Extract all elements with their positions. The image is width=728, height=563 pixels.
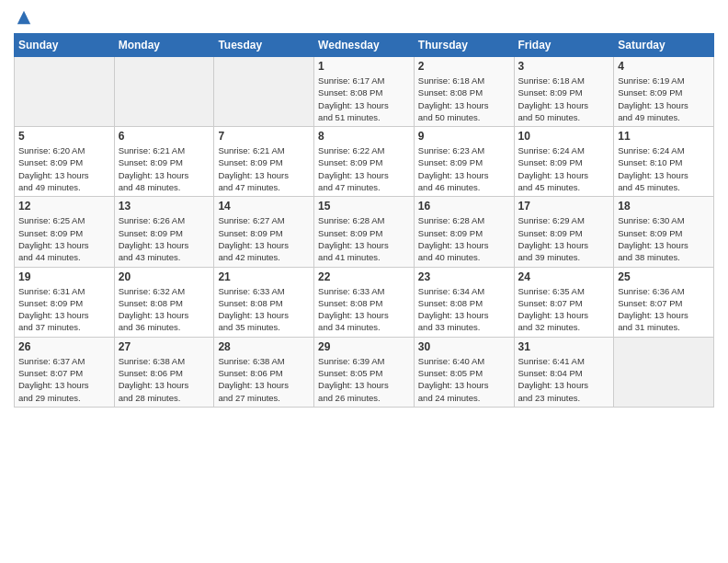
day-cell: 22Sunrise: 6:33 AM Sunset: 8:08 PM Dayli… [314,267,415,337]
day-cell: 4Sunrise: 6:19 AM Sunset: 8:09 PM Daylig… [614,57,714,127]
day-info: Sunrise: 6:21 AM Sunset: 8:09 PM Dayligh… [218,144,310,193]
day-cell: 14Sunrise: 6:27 AM Sunset: 8:09 PM Dayli… [214,197,314,267]
day-cell: 30Sunrise: 6:40 AM Sunset: 8:05 PM Dayli… [414,337,514,407]
day-info: Sunrise: 6:39 AM Sunset: 8:05 PM Dayligh… [318,355,410,404]
day-info: Sunrise: 6:37 AM Sunset: 8:07 PM Dayligh… [18,355,110,404]
day-cell: 25Sunrise: 6:36 AM Sunset: 8:07 PM Dayli… [614,267,714,337]
week-row-0: 1Sunrise: 6:17 AM Sunset: 8:08 PM Daylig… [15,57,714,127]
day-number: 13 [119,200,210,213]
header-saturday: Saturday [614,34,714,57]
day-number: 30 [418,340,510,353]
calendar-table: SundayMondayTuesdayWednesdayThursdayFrid… [14,33,714,408]
week-row-4: 26Sunrise: 6:37 AM Sunset: 8:07 PM Dayli… [15,337,714,407]
day-info: Sunrise: 6:20 AM Sunset: 8:09 PM Dayligh… [18,144,110,193]
header-sunday: Sunday [15,34,115,57]
week-row-1: 5Sunrise: 6:20 AM Sunset: 8:09 PM Daylig… [15,127,714,197]
day-number: 18 [618,200,710,213]
day-cell [114,57,214,127]
day-info: Sunrise: 6:32 AM Sunset: 8:08 PM Dayligh… [119,285,210,334]
day-info: Sunrise: 6:36 AM Sunset: 8:07 PM Dayligh… [618,285,710,334]
day-info: Sunrise: 6:31 AM Sunset: 8:09 PM Dayligh… [18,285,110,334]
day-info: Sunrise: 6:28 AM Sunset: 8:09 PM Dayligh… [318,214,410,263]
day-cell: 5Sunrise: 6:20 AM Sunset: 8:09 PM Daylig… [15,127,115,197]
day-number: 21 [218,270,310,283]
day-info: Sunrise: 6:24 AM Sunset: 8:09 PM Dayligh… [518,144,610,193]
day-info: Sunrise: 6:23 AM Sunset: 8:09 PM Dayligh… [418,144,510,193]
day-cell: 9Sunrise: 6:23 AM Sunset: 8:09 PM Daylig… [414,127,514,197]
day-info: Sunrise: 6:35 AM Sunset: 8:07 PM Dayligh… [518,285,610,334]
day-info: Sunrise: 6:41 AM Sunset: 8:04 PM Dayligh… [518,355,610,404]
day-cell: 11Sunrise: 6:24 AM Sunset: 8:10 PM Dayli… [614,127,714,197]
day-number: 22 [318,270,410,283]
day-info: Sunrise: 6:34 AM Sunset: 8:08 PM Dayligh… [418,285,510,334]
calendar-container: SundayMondayTuesdayWednesdayThursdayFrid… [0,0,728,563]
day-info: Sunrise: 6:17 AM Sunset: 8:08 PM Dayligh… [318,75,410,123]
day-cell: 28Sunrise: 6:38 AM Sunset: 8:06 PM Dayli… [214,337,314,407]
day-cell: 7Sunrise: 6:21 AM Sunset: 8:09 PM Daylig… [214,127,314,197]
day-cell: 3Sunrise: 6:18 AM Sunset: 8:09 PM Daylig… [514,57,614,127]
day-info: Sunrise: 6:24 AM Sunset: 8:10 PM Dayligh… [618,144,710,193]
day-number: 11 [618,130,710,143]
day-number: 29 [318,340,410,353]
day-number: 1 [318,60,410,73]
logo-icon [16,9,32,26]
day-cell: 29Sunrise: 6:39 AM Sunset: 8:05 PM Dayli… [314,337,415,407]
day-info: Sunrise: 6:30 AM Sunset: 8:09 PM Dayligh… [618,214,710,263]
day-info: Sunrise: 6:33 AM Sunset: 8:08 PM Dayligh… [318,285,410,334]
day-number: 16 [418,200,510,213]
day-number: 9 [418,130,510,143]
day-info: Sunrise: 6:25 AM Sunset: 8:09 PM Dayligh… [18,214,110,263]
day-number: 27 [119,340,210,353]
day-number: 20 [119,270,210,283]
header [14,9,714,26]
day-cell: 1Sunrise: 6:17 AM Sunset: 8:08 PM Daylig… [314,57,415,127]
header-monday: Monday [114,34,214,57]
day-number: 12 [18,200,110,213]
week-row-3: 19Sunrise: 6:31 AM Sunset: 8:09 PM Dayli… [15,267,714,337]
week-row-2: 12Sunrise: 6:25 AM Sunset: 8:09 PM Dayli… [15,197,714,267]
day-info: Sunrise: 6:22 AM Sunset: 8:09 PM Dayligh… [318,144,410,193]
day-cell: 31Sunrise: 6:41 AM Sunset: 8:04 PM Dayli… [514,337,614,407]
svg-marker-0 [17,11,30,24]
day-info: Sunrise: 6:26 AM Sunset: 8:09 PM Dayligh… [119,214,210,263]
day-cell: 10Sunrise: 6:24 AM Sunset: 8:09 PM Dayli… [514,127,614,197]
day-cell: 13Sunrise: 6:26 AM Sunset: 8:09 PM Dayli… [114,197,214,267]
day-info: Sunrise: 6:28 AM Sunset: 8:09 PM Dayligh… [418,214,510,263]
header-friday: Friday [514,34,614,57]
day-number: 8 [318,130,410,143]
header-tuesday: Tuesday [214,34,314,57]
day-info: Sunrise: 6:38 AM Sunset: 8:06 PM Dayligh… [218,355,310,404]
day-cell: 17Sunrise: 6:29 AM Sunset: 8:09 PM Dayli… [514,197,614,267]
day-cell: 21Sunrise: 6:33 AM Sunset: 8:08 PM Dayli… [214,267,314,337]
day-number: 17 [518,200,610,213]
day-cell: 6Sunrise: 6:21 AM Sunset: 8:09 PM Daylig… [114,127,214,197]
day-cell: 24Sunrise: 6:35 AM Sunset: 8:07 PM Dayli… [514,267,614,337]
day-number: 10 [518,130,610,143]
day-cell: 16Sunrise: 6:28 AM Sunset: 8:09 PM Dayli… [414,197,514,267]
day-number: 4 [618,60,710,73]
day-number: 15 [318,200,410,213]
day-number: 28 [218,340,310,353]
day-number: 24 [518,270,610,283]
day-cell: 19Sunrise: 6:31 AM Sunset: 8:09 PM Dayli… [15,267,115,337]
day-number: 31 [518,340,610,353]
header-wednesday: Wednesday [314,34,415,57]
day-info: Sunrise: 6:40 AM Sunset: 8:05 PM Dayligh… [418,355,510,404]
day-number: 19 [18,270,110,283]
day-number: 26 [18,340,110,353]
day-cell: 26Sunrise: 6:37 AM Sunset: 8:07 PM Dayli… [15,337,115,407]
day-number: 14 [218,200,310,213]
day-info: Sunrise: 6:38 AM Sunset: 8:06 PM Dayligh… [119,355,210,404]
day-number: 23 [418,270,510,283]
header-row: SundayMondayTuesdayWednesdayThursdayFrid… [15,34,714,57]
day-cell: 23Sunrise: 6:34 AM Sunset: 8:08 PM Dayli… [414,267,514,337]
day-cell: 20Sunrise: 6:32 AM Sunset: 8:08 PM Dayli… [114,267,214,337]
day-cell [614,337,714,407]
header-thursday: Thursday [414,34,514,57]
day-number: 2 [418,60,510,73]
day-cell [214,57,314,127]
day-info: Sunrise: 6:33 AM Sunset: 8:08 PM Dayligh… [218,285,310,334]
day-info: Sunrise: 6:21 AM Sunset: 8:09 PM Dayligh… [119,144,210,193]
day-info: Sunrise: 6:29 AM Sunset: 8:09 PM Dayligh… [518,214,610,263]
day-info: Sunrise: 6:27 AM Sunset: 8:09 PM Dayligh… [218,214,310,263]
